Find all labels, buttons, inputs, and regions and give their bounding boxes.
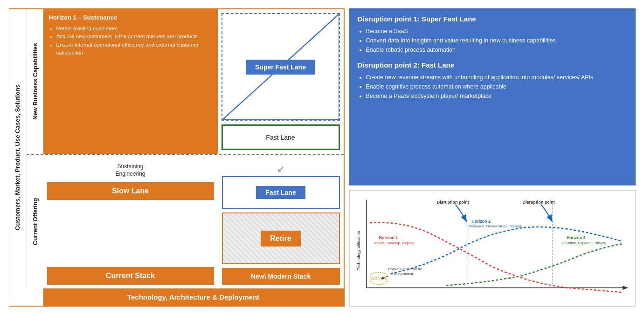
- retire-area: Retire: [222, 212, 340, 264]
- left-inner: New Business Capabilities Horizon 1 – Su…: [27, 9, 344, 306]
- left-panel: Customers, Market, Product, Use Cases, S…: [9, 8, 345, 307]
- bottom-left: Sustaining Engineering Slow Lane Current…: [43, 155, 218, 288]
- pocket-ellipse-1: [370, 273, 387, 280]
- retire-label: Retire: [261, 231, 300, 247]
- lanes-top-right: Super Fast Lane Fast Lane: [218, 9, 344, 154]
- disruption2-bullets: Create new revenue streams with unbundli…: [358, 73, 627, 101]
- disruption1-bullet-2: Convert data into insights and value res…: [366, 36, 627, 45]
- bottom-section: Current Offering Sustaining Engineering …: [27, 154, 344, 288]
- fast-lane-top-box: Fast Lane: [222, 124, 340, 150]
- top-section: New Business Capabilities Horizon 1 – Su…: [27, 9, 344, 154]
- bottom-right: ↙ Fast Lane Retire New\ Modern Stack: [218, 155, 344, 288]
- horizon-chart: Technology utilisation: [353, 194, 631, 302]
- fast-lane-bottom-box: Fast Lane: [222, 176, 340, 209]
- disruption1-title: Disruption point 1: Super Fast Lane: [358, 15, 627, 23]
- disruption2-bullet-1: Create new revenue streams with unbundli…: [366, 73, 627, 82]
- horizon1-title: Horizon 1 – Sustenance: [49, 14, 212, 21]
- disruption2-bullet-2: Enable cognitive process automation wher…: [366, 82, 627, 91]
- current-offering-label: Current Offering: [27, 155, 43, 288]
- disruption1-bullets: Become a SaaS Convert data into insights…: [358, 27, 627, 55]
- disruption-arrow-2: [541, 205, 552, 221]
- bottom-bar: Technology, Architecture & Deployment: [43, 288, 344, 306]
- current-stack-label: Current Stack: [47, 267, 214, 285]
- pocket-ellipse-2: [370, 277, 387, 285]
- modern-stack-label: New\ Modern Stack: [222, 268, 340, 285]
- fast-lane-top-label: Fast Lane: [266, 134, 295, 141]
- disruption-arrow-1: [455, 205, 466, 221]
- chart-area: Technology utilisation: [349, 190, 636, 307]
- sustaining-engineering-label: Sustaining Engineering: [47, 163, 214, 178]
- horizon2-curve: [390, 227, 622, 274]
- horizon3-curve: [446, 244, 622, 285]
- h2-label: Horizon 2: [471, 219, 491, 224]
- fast-lane-bottom-wrapper: ↙ Fast Lane: [222, 163, 340, 209]
- disruption2-bullet-3: Become a PaaS/ ecosystem player/ marketp…: [366, 91, 627, 101]
- slow-lane-box: Slow Lane: [47, 182, 214, 200]
- horizon1-bullet-1: Retain existing customers: [56, 25, 212, 33]
- y-axis-label: Technology utilisation: [356, 231, 360, 271]
- super-fast-lane-area: Super Fast Lane: [222, 13, 340, 121]
- disruption2-section: Disruption point 2: Fast Lane Create new…: [358, 61, 627, 101]
- pockets-label-2: in the present: [390, 272, 413, 276]
- main-container: Customers, Market, Product, Use Cases, S…: [5, 5, 639, 310]
- pockets-label-1: Pockets of the future: [388, 267, 422, 271]
- h3-label: Horizon 3: [566, 235, 585, 240]
- h2-sub: Research, Demonstrate, Disrupt: [468, 224, 521, 228]
- disruption-label-1: Disruption point: [436, 200, 469, 205]
- disruption1-bullet-1: Become a SaaS: [366, 27, 627, 36]
- horizon1-bullet-2: Acquire new customers in the current mar…: [56, 33, 212, 41]
- h1-sub: Invent, Develop, Deploy: [374, 241, 413, 245]
- h3-sub: Envision, Explore, Embody: [562, 241, 606, 245]
- fast-lane-bottom-label: Fast Lane: [256, 186, 305, 199]
- h1-label: Horizon 1: [379, 235, 398, 240]
- disruption2-title: Disruption point 2: Fast Lane: [358, 61, 627, 69]
- disruption1-bullet-3: Enable robotic process automation: [366, 45, 627, 55]
- horizon1-block: Horizon 1 – Sustenance Retain existing c…: [43, 9, 218, 154]
- horizon1-bullet-3: Ensure internal operational efficiency a…: [56, 41, 212, 57]
- super-fast-lane-label: Super Fast Lane: [246, 60, 315, 75]
- vertical-axis-label: Customers, Market, Product, Use Cases, S…: [9, 9, 26, 306]
- horizon1-bullets: Retain existing customers Acquire new cu…: [49, 25, 212, 57]
- disruption-label-2: Disruption point: [522, 200, 554, 205]
- disruption-block: Disruption point 1: Super Fast Lane Beco…: [349, 8, 636, 185]
- new-business-label: New Business Capabilities: [27, 9, 43, 154]
- arrow-icon: ↙: [222, 163, 340, 174]
- right-panel: Disruption point 1: Super Fast Lane Beco…: [349, 8, 636, 307]
